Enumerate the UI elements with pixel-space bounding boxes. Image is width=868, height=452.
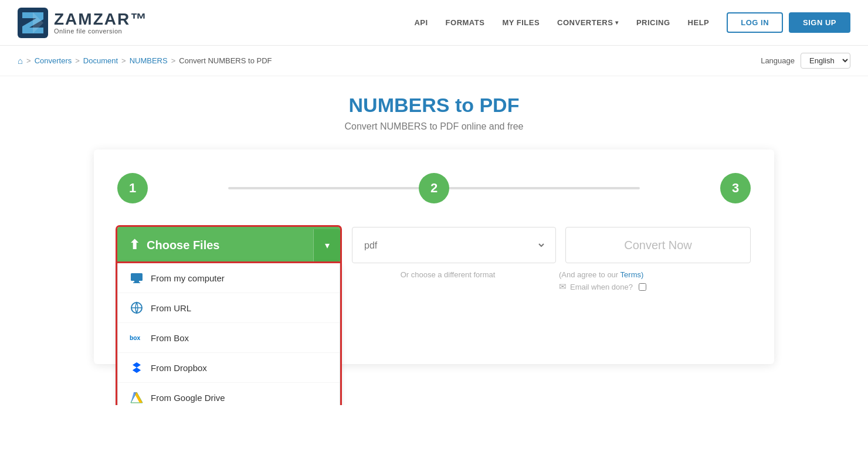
format-convert-area: pdf Convert Now Or choose a different fo… (352, 227, 751, 292)
choose-files-label: Choose Files (147, 239, 219, 252)
gdrive-icon (130, 390, 144, 405)
converters-chevron-icon: ▾ (615, 19, 619, 26)
choose-files-main: ⬆ Choose Files (117, 227, 313, 263)
breadcrumb-sep-4: > (171, 56, 176, 65)
box-icon: box (130, 331, 144, 345)
format-hint: Or choose a different format (352, 270, 544, 279)
dropdown-box-label: From Box (151, 333, 189, 343)
steps-row: 1 2 3 (117, 173, 751, 203)
breadcrumb-sep-1: > (26, 56, 31, 65)
email-label: Email when done? (570, 283, 633, 291)
step-2: 2 (419, 173, 449, 203)
dropdown-item-url[interactable]: From URL (118, 293, 340, 323)
header: ZAMZAR™ Online file conversion API FORMA… (0, 0, 868, 46)
main-nav: API FORMATS MY FILES CONVERTERS ▾ PRICIN… (414, 18, 709, 27)
url-icon (130, 301, 144, 315)
terms-link[interactable]: Terms) (621, 270, 644, 279)
dropdown-item-computer[interactable]: From my computer (118, 263, 340, 293)
dropdown-url-label: From URL (151, 303, 191, 313)
nav-formats[interactable]: FORMATS (446, 18, 485, 27)
nav-converters[interactable]: CONVERTERS ▾ (557, 18, 619, 27)
breadcrumb-numbers[interactable]: NUMBERS (130, 56, 168, 65)
svg-text:box: box (130, 335, 141, 341)
svg-marker-10 (133, 368, 141, 373)
choose-files-wrapper: ⬆ Choose Files ▾ (117, 227, 340, 263)
upload-icon: ⬆ (129, 237, 140, 253)
computer-icon (130, 271, 144, 285)
format-select-wrapper: pdf (352, 227, 556, 263)
logo-title: ZAMZAR™ (54, 11, 148, 28)
logo-text: ZAMZAR™ Online file conversion (54, 11, 148, 35)
page-title: NUMBERS to PDF (94, 94, 774, 117)
terms-area: (And agree to our Terms) (559, 268, 751, 279)
breadcrumb-home[interactable]: ⌂ (18, 56, 23, 66)
choose-files-button[interactable]: ⬆ Choose Files ▾ (117, 227, 340, 263)
logo-icon (18, 8, 48, 38)
main-content: NUMBERS to PDF Convert NUMBERS to PDF on… (82, 76, 786, 405)
breadcrumb-converters[interactable]: Converters (35, 56, 72, 65)
breadcrumb-sep-3: > (121, 56, 126, 65)
convert-now-button[interactable]: Convert Now (565, 227, 751, 263)
login-button[interactable]: LOG IN (727, 12, 783, 33)
page-subtitle: Convert NUMBERS to PDF online and free (94, 121, 774, 132)
dropdown-computer-label: From my computer (151, 273, 225, 283)
breadcrumb-bar: ⌂ > Converters > Document > NUMBERS > Co… (0, 46, 868, 76)
dropdown-item-gdrive[interactable]: From Google Drive (118, 383, 340, 405)
format-convert-row: pdf Convert Now (352, 227, 751, 263)
language-label: Language (761, 56, 795, 65)
breadcrumb: ⌂ > Converters > Document > NUMBERS > Co… (18, 56, 272, 66)
dropdown-gdrive-label: From Google Drive (151, 393, 225, 403)
email-checkbox[interactable] (639, 283, 646, 291)
page-title-area: NUMBERS to PDF Convert NUMBERS to PDF on… (94, 94, 774, 132)
logo-subtitle: Online file conversion (54, 28, 148, 35)
choose-files-arrow-icon: ▾ (313, 229, 340, 261)
home-icon: ⌂ (18, 56, 23, 66)
svg-rect-5 (133, 283, 140, 284)
step-3: 3 (720, 173, 751, 203)
language-select[interactable]: English (801, 53, 850, 69)
breadcrumb-sep-2: > (75, 56, 80, 65)
nav-help[interactable]: HELP (688, 18, 710, 27)
email-area: ✉ Email when done? (559, 281, 751, 292)
nav-pricing[interactable]: PRICING (636, 18, 670, 27)
choose-files-dropdown: From my computer From URL (117, 263, 340, 405)
converter-box: 1 2 3 ⬆ Choose Files ▾ (94, 149, 774, 364)
breadcrumb-current: Convert NUMBERS to PDF (179, 56, 272, 65)
nav-api[interactable]: API (414, 18, 428, 27)
nav-my-files[interactable]: MY FILES (502, 18, 540, 27)
svg-rect-3 (131, 273, 143, 281)
language-area: Language English (761, 53, 850, 69)
dropdown-item-box[interactable]: box From Box (118, 323, 340, 353)
dropdown-item-dropbox[interactable]: From Dropbox (118, 353, 340, 383)
breadcrumb-document[interactable]: Document (83, 56, 118, 65)
email-icon: ✉ (559, 281, 567, 292)
signup-button[interactable]: SIGN UP (789, 12, 850, 33)
format-select[interactable]: pdf (362, 240, 546, 251)
step-1: 1 (117, 173, 148, 203)
dropdown-dropbox-label: From Dropbox (151, 363, 207, 373)
logo[interactable]: ZAMZAR™ Online file conversion (18, 8, 148, 38)
dropbox-icon (130, 361, 144, 375)
action-row: ⬆ Choose Files ▾ (117, 227, 751, 292)
